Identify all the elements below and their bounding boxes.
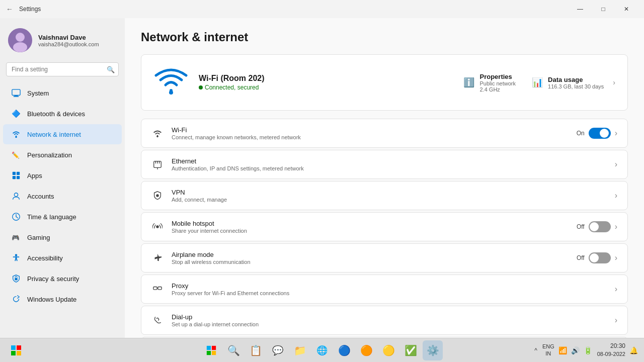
- hotspot-right: Off ›: [577, 221, 617, 232]
- sidebar-item-label-gaming: Gaming: [27, 234, 50, 241]
- taskbar-office-icon[interactable]: 🟠: [356, 340, 376, 360]
- properties-text: Properties Public network 2.4 GHz: [479, 73, 516, 93]
- settings-item-vpn[interactable]: VPN Add, connect, manage ›: [141, 181, 628, 210]
- taskbar-taskview-icon[interactable]: 📋: [246, 340, 266, 360]
- svg-rect-38: [11, 351, 16, 355]
- taskbar-settings-icon[interactable]: ⚙️: [423, 340, 443, 360]
- svg-rect-36: [11, 345, 16, 350]
- sidebar-item-label-update: Windows Update: [27, 296, 76, 303]
- sidebar-item-label-time: Time & language: [27, 213, 76, 221]
- time-icon: [11, 212, 21, 222]
- sidebar-item-privacy[interactable]: Privacy & security: [3, 268, 122, 289]
- svg-text:✏️: ✏️: [12, 151, 20, 159]
- sidebar-item-update[interactable]: Windows Update: [3, 289, 122, 309]
- svg-rect-29: [153, 287, 157, 289]
- taskbar-chrome-icon[interactable]: 🔵: [334, 340, 354, 360]
- wifi-hero[interactable]: Wi-Fi (Room 202) Connected, secured ℹ️ P…: [141, 54, 628, 111]
- taskbar-explorer-icon[interactable]: 📁: [290, 340, 310, 360]
- sys-tray: ENGIN 📶 🔊 🔋: [541, 342, 593, 357]
- accessibility-icon: [11, 253, 21, 263]
- svg-rect-19: [15, 278, 17, 281]
- close-button[interactable]: ✕: [615, 0, 638, 18]
- dialup-label: Dial-up: [172, 313, 607, 321]
- dialup-right: ›: [615, 316, 617, 325]
- sidebar-item-network[interactable]: Network & internet: [3, 124, 122, 144]
- taskbar-start-icon[interactable]: [201, 340, 221, 360]
- settings-item-wifi[interactable]: Wi-Fi Connect, manage known networks, me…: [141, 119, 628, 148]
- dialup-icon: [151, 314, 164, 326]
- language-tray-icon[interactable]: ENGIN: [541, 342, 555, 357]
- svg-point-21: [156, 136, 158, 138]
- airplane-toggle[interactable]: [589, 252, 611, 263]
- sidebar-item-accessibility[interactable]: Accessibility: [3, 248, 122, 268]
- svg-text:🔷: 🔷: [12, 109, 21, 118]
- search-input[interactable]: [6, 62, 119, 76]
- sidebar-item-accounts[interactable]: Accounts: [3, 186, 122, 206]
- taskbar-todo-icon[interactable]: ✅: [400, 340, 421, 360]
- user-section: Vaishnavi Dave vaisha284@outlook.com: [0, 22, 125, 60]
- wifi-tray-icon[interactable]: 📶: [557, 345, 568, 355]
- user-name: Vaishnavi Dave: [38, 34, 117, 41]
- sidebar-item-apps[interactable]: Apps: [3, 165, 122, 186]
- sidebar: Vaishnavi Dave vaisha284@outlook.com 🔍 S…: [0, 18, 125, 338]
- wifi-label: Wi-Fi: [172, 126, 569, 134]
- svg-line-16: [16, 217, 18, 218]
- app-body: Vaishnavi Dave vaisha284@outlook.com 🔍 S…: [0, 18, 644, 338]
- airplane-right: Off ›: [577, 252, 617, 263]
- sidebar-item-gaming[interactable]: 🎮 Gaming: [3, 227, 122, 247]
- dialup-chevron: ›: [615, 316, 617, 325]
- battery-tray-icon[interactable]: 🔋: [583, 345, 593, 355]
- sidebar-item-time[interactable]: Time & language: [3, 207, 122, 227]
- taskbar-search-icon[interactable]: 🔍: [223, 340, 244, 360]
- sidebar-item-personalization[interactable]: ✏️ Personalization: [3, 145, 122, 165]
- hotspot-toggle-thumb: [590, 222, 599, 231]
- content-area: Network & internet Wi-Fi (Room 202) Conn…: [125, 18, 644, 338]
- back-icon[interactable]: ←: [6, 5, 13, 13]
- taskbar-clock[interactable]: 20:30 08-09-2022: [597, 342, 625, 358]
- wifi-toggle[interactable]: [589, 128, 611, 139]
- svg-point-18: [15, 254, 18, 256]
- settings-item-hotspot[interactable]: Mobile hotspot Share your internet conne…: [141, 212, 628, 241]
- taskbar-stickyNotes-icon[interactable]: 🟡: [378, 340, 398, 360]
- taskbar-teams-icon[interactable]: 💬: [268, 340, 288, 360]
- properties-icon: ℹ️: [463, 77, 474, 88]
- maximize-button[interactable]: □: [592, 0, 615, 18]
- taskbar-date-display: 08-09-2022: [597, 350, 625, 358]
- hotspot-desc: Share your internet connection: [172, 228, 569, 234]
- taskbar-edge-icon[interactable]: 🌐: [312, 340, 332, 360]
- start-button[interactable]: [6, 340, 26, 360]
- sidebar-item-label-privacy: Privacy & security: [27, 275, 79, 283]
- wifi-name: Wi-Fi (Room 202): [199, 74, 453, 83]
- sidebar-item-system[interactable]: System: [3, 83, 122, 103]
- proxy-label: Proxy: [172, 282, 607, 290]
- ethernet-right: ›: [615, 160, 617, 169]
- svg-rect-39: [17, 351, 21, 355]
- update-icon: [11, 294, 21, 304]
- ethernet-text: Ethernet Authentication, IP and DNS sett…: [172, 157, 607, 171]
- svg-rect-43: [212, 350, 216, 354]
- settings-item-ethernet[interactable]: Ethernet Authentication, IP and DNS sett…: [141, 150, 628, 179]
- hotspot-text: Mobile hotspot Share your internet conne…: [172, 220, 569, 234]
- settings-item-dialup[interactable]: Dial-up Set up a dial-up internet connec…: [141, 306, 628, 335]
- sidebar-item-bluetooth[interactable]: 🔷 Bluetooth & devices: [3, 104, 122, 124]
- search-box: 🔍: [6, 62, 119, 76]
- properties-item[interactable]: ℹ️ Properties Public network 2.4 GHz: [463, 73, 516, 93]
- settings-item-proxy[interactable]: Proxy Proxy server for Wi-Fi and Etherne…: [141, 275, 628, 304]
- data-usage-item[interactable]: 📊 Data usage 116.3 GB, last 30 days ›: [532, 73, 615, 93]
- volume-tray-icon[interactable]: 🔊: [570, 345, 581, 355]
- tray-expand-icon[interactable]: ^: [534, 347, 537, 354]
- wifi-status: Connected, secured: [199, 84, 453, 91]
- proxy-chevron: ›: [615, 285, 617, 294]
- avatar[interactable]: [8, 28, 32, 52]
- wifi-text: Wi-Fi Connect, manage known networks, me…: [172, 126, 569, 140]
- hotspot-toggle[interactable]: [589, 221, 611, 232]
- svg-rect-4: [14, 96, 18, 97]
- minimize-button[interactable]: —: [569, 0, 592, 18]
- system-icon: [11, 88, 21, 98]
- data-usage-sub: 116.3 GB, last 30 days: [548, 83, 604, 89]
- settings-item-airplane[interactable]: Airplane mode Stop all wireless communic…: [141, 243, 628, 273]
- wifi-right: On ›: [577, 128, 617, 139]
- vpn-icon: [151, 190, 164, 202]
- notification-icon[interactable]: 🔔: [629, 346, 638, 354]
- wifi-toggle-thumb: [600, 129, 609, 138]
